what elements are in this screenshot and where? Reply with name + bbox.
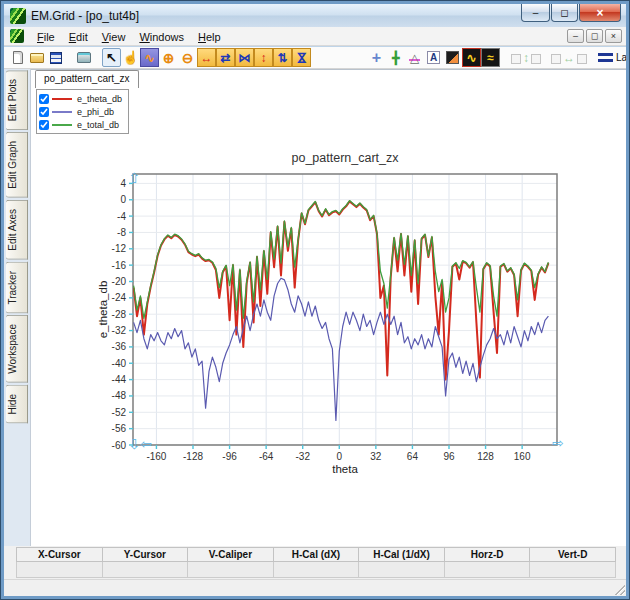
legend-line-sample — [52, 124, 72, 126]
save-file-button[interactable] — [46, 48, 65, 67]
pan-up-arrow[interactable]: ⇧ — [128, 170, 140, 186]
sidebar-tab-workspace[interactable]: Workspace — [6, 315, 28, 383]
arrows-in-vertical-button[interactable]: ⋈ — [292, 48, 311, 67]
align-vertical-button[interactable]: ↕ — [509, 48, 543, 67]
menu-help[interactable]: Help — [191, 29, 228, 45]
triangle-tool-icon: △ — [409, 52, 420, 64]
expand-horizontal-button[interactable]: ↔ — [197, 48, 216, 67]
document-tab[interactable]: po_pattern_cart_zx — [35, 70, 139, 88]
svg-text:128: 128 — [477, 451, 494, 462]
align-horizontal-button[interactable]: ↔ — [552, 48, 586, 67]
arrows-out-vertical-icon: ⇅ — [277, 52, 287, 64]
series-e_total_db — [134, 201, 549, 319]
legend-line-sample — [52, 98, 72, 100]
legend-item: e_phi_db — [39, 105, 122, 118]
expand-vertical-button[interactable]: ↕ — [254, 48, 273, 67]
axes-marker-button[interactable]: ╋ — [386, 48, 405, 67]
cursor-col-header: Vert-D — [530, 548, 616, 562]
legend-checkbox-e_total_db[interactable] — [39, 120, 49, 130]
zoom-region-icon: ∿ — [144, 52, 154, 64]
style-swatch-icon — [446, 51, 459, 64]
plot-view-1-button[interactable]: ∿ — [462, 48, 481, 67]
close-button[interactable]: × — [579, 4, 621, 22]
arrows-in-horizontal-icon: ⋈ — [239, 52, 251, 64]
print-icon — [77, 52, 91, 63]
sidebar-tab-tracker[interactable]: Tracker — [6, 262, 28, 314]
svg-text:-48: -48 — [112, 390, 127, 401]
cursor-col-header: Y-Cursor — [102, 548, 188, 562]
legend-checkbox-e_phi_db[interactable] — [39, 107, 49, 117]
align-horizontal-icon: ↔ — [563, 52, 575, 64]
cursor-readout-strip: X-CursorY-CursorV-CaliperH-Cal (dX)H-Cal… — [4, 546, 626, 581]
zoom-out-button[interactable]: ⊖ — [178, 48, 197, 67]
sidebar-tab-edit-axes[interactable]: Edit Axes — [6, 200, 28, 260]
sidebar-tab-edit-plots[interactable]: Edit Plots — [6, 70, 28, 130]
svg-text:-40: -40 — [112, 358, 127, 369]
zoom-out-icon: ⊖ — [182, 51, 194, 65]
svg-text:-96: -96 — [222, 451, 237, 462]
plot-view-2-button[interactable]: ≈ — [481, 48, 500, 67]
split-horizontal-button[interactable] — [339, 48, 358, 67]
open-file-button[interactable] — [27, 48, 46, 67]
mdi-restore-button[interactable]: ◻ — [586, 29, 603, 43]
svg-text:0: 0 — [337, 451, 343, 462]
cursor-col-value — [359, 562, 445, 578]
legend-checkbox-e_theta_db[interactable] — [39, 94, 49, 104]
svg-text:-32: -32 — [112, 325, 127, 336]
align-vertical-icon: ↕ — [523, 52, 529, 64]
new-file-button[interactable] — [8, 48, 27, 67]
text-tool-button[interactable]: A — [424, 48, 443, 67]
print-button[interactable] — [74, 48, 93, 67]
sidebar: Edit PlotsEdit GraphEdit AxesTrackerWork… — [4, 69, 31, 546]
zoom-in-button[interactable]: ⊕ — [159, 48, 178, 67]
split-vertical-button[interactable] — [320, 48, 339, 67]
crosshair-button[interactable]: + — [367, 48, 386, 67]
svg-text:-12: -12 — [112, 243, 127, 254]
minimize-button[interactable]: – — [521, 4, 550, 22]
menu-view[interactable]: View — [95, 29, 133, 45]
pan-right-arrow[interactable]: ⇨ — [552, 435, 564, 451]
pan-hand-icon: ☝ — [122, 51, 138, 64]
mdi-close-button[interactable]: × — [605, 29, 622, 43]
select-pointer-button[interactable]: ↖ — [102, 48, 121, 67]
cursor-col-value — [444, 562, 530, 578]
cursor-col-header: V-Caliper — [188, 548, 274, 562]
arrows-in-horizontal-button[interactable]: ⋈ — [235, 48, 254, 67]
crosshair-icon: + — [372, 50, 381, 66]
pan-hand-button[interactable]: ☝ — [121, 48, 140, 67]
maximize-button[interactable]: ◻ — [551, 4, 578, 22]
resize-grip[interactable] — [612, 582, 625, 595]
legend-line-sample — [52, 111, 72, 113]
triangle-tool-button[interactable]: △ — [405, 48, 424, 67]
menu-edit[interactable]: Edit — [62, 29, 95, 45]
window-title: EM.Grid - [po_tut4b] — [31, 9, 139, 23]
titlebar[interactable]: EM.Grid - [po_tut4b] – ◻ × — [4, 4, 626, 27]
pan-left-arrow[interactable]: ⇦ — [140, 436, 152, 452]
expand-vertical-icon: ↕ — [261, 52, 267, 64]
arrows-out-horizontal-button[interactable]: ⇄ — [216, 48, 235, 67]
chart-ticks: -160-128-96-64-32032649612816040-4-8-12-… — [112, 178, 531, 462]
sidebar-tab-hide[interactable]: Hide — [6, 385, 28, 424]
arrows-in-vertical-icon: ⋈ — [296, 52, 308, 64]
svg-text:-64: -64 — [259, 451, 274, 462]
pan-down-arrow[interactable]: ⇩ — [128, 436, 140, 452]
svg-text:32: 32 — [370, 451, 382, 462]
svg-text:96: 96 — [443, 451, 455, 462]
cursor-col-value — [17, 562, 103, 578]
style-swatch-button[interactable] — [443, 48, 462, 67]
cursor-col-value — [188, 562, 274, 578]
menu-windows[interactable]: Windows — [132, 29, 191, 45]
zoom-region-button[interactable]: ∿ — [140, 48, 159, 67]
expand-horizontal-icon: ↔ — [201, 52, 213, 64]
arrows-out-vertical-button[interactable]: ⇅ — [273, 48, 292, 67]
menu-file[interactable]: File — [30, 29, 62, 45]
menubar: FileEditViewWindowsHelp – ◻ × — [4, 27, 626, 46]
sidebar-tab-edit-graph[interactable]: Edit Graph — [6, 132, 28, 198]
chart[interactable]: -160-128-96-64-32032649612816040-4-8-12-… — [31, 70, 627, 546]
layout-button[interactable]: Layout — [595, 48, 626, 67]
svg-text:64: 64 — [407, 451, 419, 462]
plot-view-1-icon: ∿ — [466, 52, 476, 64]
mdi-minimize-button[interactable]: – — [567, 29, 584, 43]
cursor-col-header: X-Cursor — [17, 548, 103, 562]
cursor-col-value — [530, 562, 616, 578]
